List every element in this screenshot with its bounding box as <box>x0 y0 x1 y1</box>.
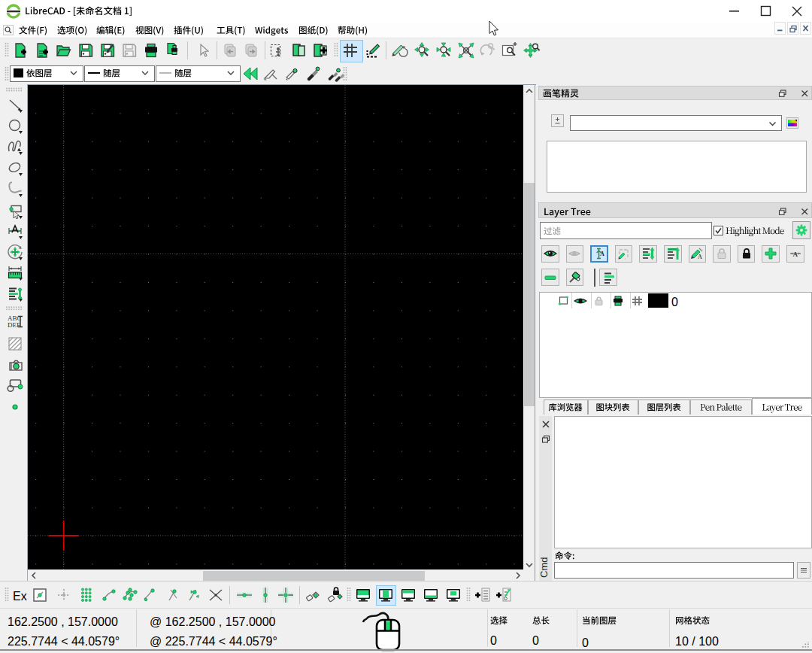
svg-text:A: A <box>793 251 798 258</box>
svg-text:A: A <box>698 254 702 260</box>
svg-text:A: A <box>600 251 604 257</box>
svg-text:DEF: DEF <box>8 321 20 329</box>
